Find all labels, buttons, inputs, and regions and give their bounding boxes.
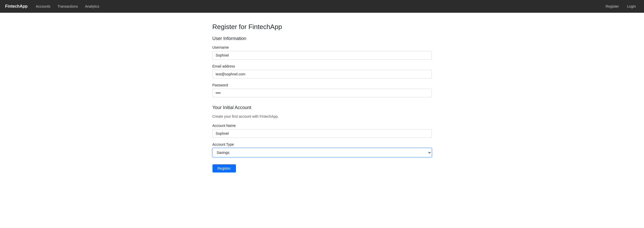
nav-links: Accounts Transactions Analytics bbox=[33, 2, 603, 10]
user-info-heading: User Information bbox=[212, 36, 432, 41]
nav-transactions[interactable]: Transactions bbox=[55, 2, 81, 10]
nav-login[interactable]: Login bbox=[624, 2, 639, 10]
password-group: Password bbox=[212, 83, 432, 97]
account-type-group: Account Type Savings Checking Investment bbox=[212, 142, 432, 157]
nav-register[interactable]: Register bbox=[603, 2, 622, 10]
email-input[interactable] bbox=[212, 70, 432, 78]
account-name-label: Account Name bbox=[212, 124, 432, 128]
email-group: Email address bbox=[212, 64, 432, 78]
page-title: Register for FintechApp bbox=[212, 23, 432, 31]
password-input[interactable] bbox=[212, 89, 432, 97]
nav-accounts[interactable]: Accounts bbox=[33, 2, 54, 10]
account-type-select[interactable]: Savings Checking Investment bbox=[212, 148, 432, 157]
account-name-group: Account Name bbox=[212, 124, 432, 138]
username-input[interactable] bbox=[212, 51, 432, 60]
account-type-label: Account Type bbox=[212, 142, 432, 146]
password-label: Password bbox=[212, 83, 432, 87]
account-name-input[interactable] bbox=[212, 129, 432, 138]
email-label: Email address bbox=[212, 64, 432, 68]
nav-analytics[interactable]: Analytics bbox=[82, 2, 102, 10]
account-section-heading: Your Initial Account bbox=[212, 105, 432, 110]
account-section-subtitle: Create your first account with FintechAp… bbox=[212, 114, 432, 118]
brand[interactable]: FintechApp bbox=[5, 4, 28, 9]
username-label: Username bbox=[212, 45, 432, 49]
register-button[interactable]: Register bbox=[212, 164, 236, 172]
main-content: Register for FintechApp User Information… bbox=[207, 13, 437, 183]
account-section: Your Initial Account Create your first a… bbox=[212, 105, 432, 172]
username-group: Username bbox=[212, 45, 432, 60]
navbar: FintechApp Accounts Transactions Analyti… bbox=[0, 0, 644, 13]
navbar-right: Register Login bbox=[603, 2, 639, 10]
